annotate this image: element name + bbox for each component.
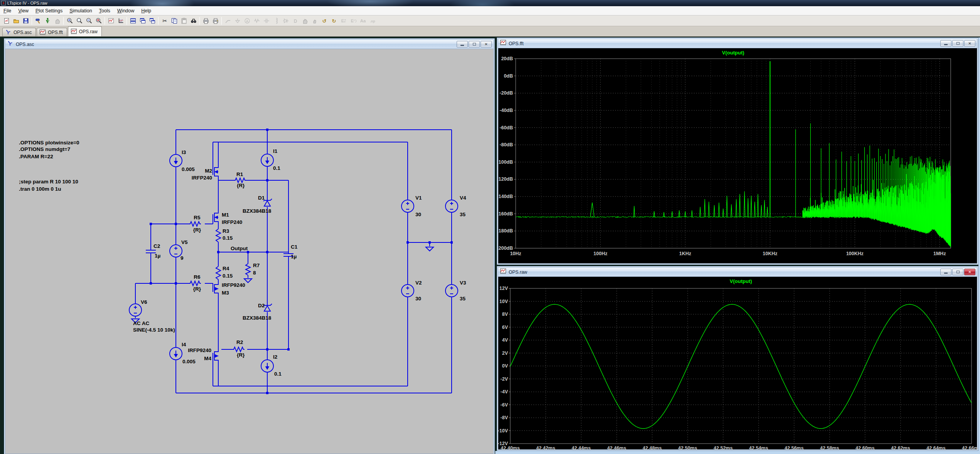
- find-button[interactable]: [189, 16, 198, 25]
- zoom-area-button[interactable]: [65, 16, 74, 25]
- wave-x-tick-label: 42.44ms: [572, 446, 590, 450]
- wire-node: [266, 392, 268, 394]
- spice-directive-text: .OPTIONS plotwinsize=0: [19, 140, 79, 146]
- print-button[interactable]: [211, 16, 220, 25]
- run-button[interactable]: [43, 16, 52, 25]
- component-label: {R}: [237, 352, 245, 358]
- toolbar-separator: [105, 17, 105, 25]
- component-label: V2: [415, 280, 422, 286]
- schematic-window-title-bar[interactable]: OPS.asc ✕: [5, 39, 494, 49]
- zoom-back-button[interactable]: [74, 16, 84, 25]
- waveform-plot[interactable]: V(output)12V10V8V6V4V2V0V-2V-4V-6V-8V-10…: [498, 277, 977, 450]
- menu-window[interactable]: Window: [114, 7, 138, 15]
- wave-x-tick-label: 42.66ms: [962, 446, 977, 450]
- copy-button[interactable]: [169, 16, 179, 25]
- component-label: IRFP240: [222, 219, 242, 225]
- main-title-bar[interactable]: LTspice IV - OPS.raw: [0, 0, 980, 6]
- fft-y-tick-label: -200dB: [498, 246, 513, 251]
- wire-node: [287, 348, 290, 351]
- wave-x-tick-label: 42.50ms: [678, 446, 697, 450]
- component-label: {R}: [193, 286, 201, 292]
- tile-vertically-button[interactable]: [138, 16, 147, 25]
- tab-ops.raw[interactable]: OPS.raw: [68, 26, 102, 36]
- redo-button[interactable]: ↻: [329, 16, 339, 25]
- save-button[interactable]: [21, 16, 30, 25]
- fft-y-tick-label: -160dB: [498, 211, 513, 217]
- component-label: I1: [273, 148, 278, 154]
- svg-text:D: D: [293, 18, 297, 24]
- restore-button[interactable]: [952, 269, 963, 275]
- zoom-fit-button[interactable]: [116, 16, 125, 25]
- fft-y-tick-label: -180dB: [498, 228, 513, 234]
- tile-horizontally-button[interactable]: [128, 16, 138, 25]
- cut-button[interactable]: ✂: [160, 16, 169, 25]
- undo-button[interactable]: ↺: [319, 16, 329, 25]
- component-label: V1: [415, 195, 422, 201]
- waveform-window-title-bar[interactable]: OPS.raw ✕: [498, 267, 977, 276]
- spice-directive-button: .op: [368, 16, 377, 25]
- tab-ops.fft[interactable]: OPS.fft: [37, 28, 67, 36]
- plot-title: V(output): [722, 50, 744, 56]
- close-icon[interactable]: ✕: [964, 269, 975, 275]
- component-label: IRFP9240: [222, 282, 245, 288]
- wave-y-tick-label: 8V: [502, 312, 508, 317]
- spice-directive-text: ;step param R 10 100 10: [19, 179, 78, 185]
- toolbar: ✂AD↺↻EEAa.op: [0, 15, 980, 26]
- menu-help[interactable]: Help: [138, 7, 155, 15]
- wire-node: [150, 223, 152, 225]
- toolbar-separator: [63, 17, 64, 25]
- place-capacitor-button: [261, 16, 271, 25]
- control-panel-button[interactable]: [33, 16, 43, 25]
- menu-view[interactable]: View: [15, 7, 32, 15]
- component-label: C2: [153, 243, 160, 249]
- component-label: 30: [415, 212, 421, 217]
- wave-y-tick-label: 10V: [499, 299, 508, 304]
- zoom-full-extents-button[interactable]: [94, 16, 103, 25]
- restore-button[interactable]: [952, 40, 963, 47]
- minimize-button[interactable]: [940, 40, 951, 47]
- component-label: D1: [258, 195, 265, 201]
- component-label: V5: [181, 239, 188, 245]
- zoom-out-button[interactable]: [84, 16, 94, 25]
- component-label: 0.1: [274, 371, 282, 377]
- close-icon[interactable]: ✕: [481, 41, 492, 47]
- waveform-window: OPS.raw ✕ V(output)12V10V8V6V4V2V0V-2V-4…: [497, 266, 978, 451]
- fft-plot[interactable]: V(output)20dB0dB-20dB-40dB-60dB-80dB-100…: [498, 48, 977, 264]
- menu-plot-settings[interactable]: Plot Settings: [32, 7, 66, 15]
- svg-text:A: A: [246, 19, 248, 23]
- component-label: 1µ: [155, 253, 160, 259]
- new-schematic-button[interactable]: [2, 16, 11, 25]
- autorange-y-axis-button[interactable]: [106, 16, 116, 25]
- minimize-button[interactable]: [940, 269, 951, 275]
- wave-x-tick-label: 42.62ms: [891, 446, 910, 450]
- toolbar-separator: [158, 17, 159, 25]
- print-preview-button[interactable]: [201, 16, 211, 25]
- close-icon[interactable]: ✕: [964, 40, 975, 47]
- open-button[interactable]: [11, 16, 21, 25]
- menu-tools[interactable]: Tools: [96, 7, 114, 15]
- cascade-windows-button[interactable]: [147, 16, 157, 25]
- menu-simulation[interactable]: Simulation: [66, 7, 95, 15]
- window-title: LTspice IV - OPS.raw: [6, 1, 47, 5]
- svg-text:↻: ↻: [332, 18, 336, 24]
- component-label: 30: [415, 296, 421, 302]
- component-label: R5: [194, 215, 201, 220]
- menu-file[interactable]: File: [0, 7, 15, 15]
- fft-window-title-bar[interactable]: OPS.fft ✕: [498, 39, 977, 48]
- wire-node: [217, 251, 219, 253]
- fft-y-tick-label: 20dB: [501, 56, 513, 61]
- restore-button[interactable]: [469, 41, 480, 47]
- svg-text:✂: ✂: [162, 18, 167, 24]
- schematic-canvas[interactable]: .OPTIONS plotwinsize=0.OPTIONS numdgt=7.…: [5, 49, 494, 454]
- component-label: V3: [460, 280, 466, 286]
- tab-ops.asc[interactable]: OPS.asc: [2, 28, 36, 36]
- net-label-button: A: [242, 16, 252, 25]
- wave-x-tick-label: 42.52ms: [713, 446, 732, 450]
- toolbar-separator: [199, 17, 200, 25]
- paste-button: [179, 16, 189, 25]
- toolbar-separator: [221, 17, 222, 25]
- plot-icon: [500, 268, 507, 276]
- component-label: IRFP9240: [188, 347, 211, 353]
- minimize-button[interactable]: [457, 41, 468, 47]
- component-label: I3: [182, 149, 186, 155]
